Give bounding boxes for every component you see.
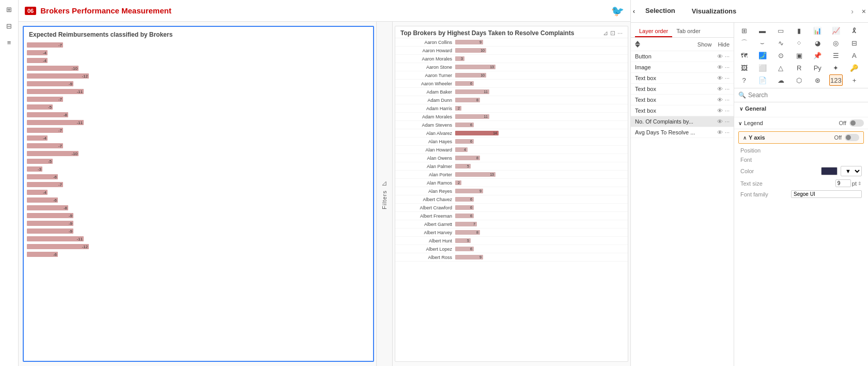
tab-layer-order[interactable]: Layer order bbox=[635, 26, 672, 37]
show-button[interactable]: Show bbox=[698, 41, 712, 48]
text-size-input[interactable] bbox=[835, 179, 851, 187]
more-icon[interactable]: ··· bbox=[725, 86, 730, 92]
viz-icon-paginated[interactable]: 📄 bbox=[756, 74, 769, 86]
focus-icon[interactable]: ⊡ bbox=[610, 29, 615, 37]
viz-icon-python[interactable]: Py bbox=[811, 62, 824, 73]
legend-toggle[interactable] bbox=[849, 119, 864, 127]
tab-selection[interactable]: Selection bbox=[637, 3, 684, 20]
layer-item-textbox4[interactable]: Text box 👁 ··· bbox=[631, 105, 734, 116]
eye-icon[interactable]: 👁 bbox=[717, 64, 723, 70]
hide-button[interactable]: Hide bbox=[718, 41, 730, 48]
viz-icon-line-stacked[interactable]: 📈 bbox=[829, 25, 843, 36]
viz-icon-button[interactable]: ⬜ bbox=[756, 62, 769, 73]
y-axis-toggle[interactable] bbox=[845, 134, 859, 141]
bar: -7 bbox=[27, 182, 63, 187]
layer-item-textbox2[interactable]: Text box 👁 ··· bbox=[631, 84, 734, 95]
list-icon[interactable]: ≡ bbox=[2, 35, 17, 50]
filter-icon: ⊿ bbox=[381, 179, 388, 187]
more-icon[interactable]: ··· bbox=[725, 53, 730, 59]
viz-icon-card[interactable]: ▣ bbox=[793, 50, 806, 61]
panel-nav-forward[interactable]: › bbox=[849, 5, 856, 18]
grid2-icon[interactable]: ⊟ bbox=[2, 19, 17, 33]
eye-icon[interactable]: 👁 bbox=[717, 118, 723, 125]
bar-row: -7 bbox=[27, 142, 370, 149]
viz-icon-scatter[interactable]: ⁘ bbox=[793, 37, 806, 49]
search-input[interactable] bbox=[748, 91, 864, 99]
layer-item-avgdays[interactable]: Avg Days To Resolve ... 👁 ··· bbox=[631, 127, 734, 138]
general-section-header[interactable]: ∨ General bbox=[739, 105, 863, 112]
viz-icon-ribbon[interactable]: 🎗 bbox=[847, 25, 861, 36]
tab-visualizations[interactable]: Visualizations bbox=[684, 3, 745, 19]
more-icon[interactable]: ··· bbox=[725, 75, 730, 81]
viz-icon-r[interactable]: R bbox=[793, 62, 806, 73]
viz-icon-image[interactable]: 🖼 bbox=[737, 62, 751, 73]
eye-icon[interactable]: 👁 bbox=[717, 53, 723, 59]
viz-icon-decomp[interactable]: ✦ bbox=[829, 62, 843, 73]
font-family-input[interactable] bbox=[791, 190, 862, 198]
color-dropdown[interactable]: ▼ bbox=[841, 166, 862, 176]
legend-chevron[interactable]: ∨ bbox=[738, 120, 742, 126]
viz-icon-kpi[interactable]: 📌 bbox=[811, 50, 824, 61]
text-size-stepper[interactable]: ⇕ bbox=[858, 181, 862, 186]
layer-item-complaints[interactable]: No. Of Complaints by... 👁 ··· bbox=[631, 116, 734, 127]
bar: -9 bbox=[27, 81, 73, 86]
viz-icon-powerapps[interactable]: ⬡ bbox=[793, 74, 806, 86]
bar-row: -8 bbox=[27, 111, 370, 118]
more-icon[interactable]: ··· bbox=[617, 29, 623, 37]
viz-icon-qa[interactable]: ? bbox=[737, 74, 751, 86]
viz-icon-shape[interactable]: △ bbox=[774, 62, 787, 73]
viz-icon-area[interactable]: ⌒ bbox=[737, 37, 751, 49]
bar: -4 bbox=[27, 190, 48, 195]
eye-icon[interactable]: 👁 bbox=[717, 97, 723, 103]
more-icon[interactable]: ··· bbox=[725, 108, 730, 114]
viz-icon-powerautomate[interactable]: ⊛ bbox=[811, 74, 824, 86]
arrow-up-icon[interactable] bbox=[635, 41, 640, 44]
bar-row: -11 bbox=[27, 88, 370, 95]
viz-icon-line[interactable]: ∿ bbox=[774, 37, 787, 49]
y-axis-chevron[interactable]: ∧ bbox=[743, 135, 747, 141]
broker-row: Aaron Turner10 bbox=[395, 71, 628, 80]
viz-icon-text[interactable]: A bbox=[847, 50, 861, 61]
eye-icon[interactable]: 👁 bbox=[717, 86, 723, 92]
more-icon[interactable]: ··· bbox=[725, 129, 730, 135]
bar: -10 bbox=[27, 151, 79, 156]
viz-icon-clustered-bar[interactable]: ▮ bbox=[793, 25, 806, 36]
panel-close-button[interactable]: × bbox=[860, 5, 868, 18]
viz-icon-stacked-area[interactable]: ⌣ bbox=[756, 37, 769, 49]
viz-icon-gauge[interactable]: ⊙ bbox=[774, 50, 787, 61]
more-icon[interactable]: ··· bbox=[725, 64, 730, 70]
viz-icon-slicer[interactable]: ☰ bbox=[829, 50, 843, 61]
filters-bar: ⊿ Filters bbox=[376, 22, 393, 366]
viz-icon-custom2[interactable]: + bbox=[847, 74, 861, 86]
viz-icon-keyinf[interactable]: 🔑 bbox=[847, 62, 861, 73]
bar: -7 bbox=[27, 128, 63, 133]
layer-item-textbox1[interactable]: Text box 👁 ··· bbox=[631, 73, 734, 84]
eye-icon[interactable]: 👁 bbox=[717, 108, 723, 114]
bar: -7 bbox=[27, 42, 63, 48]
more-icon[interactable]: ··· bbox=[725, 118, 730, 125]
viz-icon-bar[interactable]: ▬ bbox=[756, 25, 769, 36]
viz-icon-azure[interactable]: ☁ bbox=[774, 74, 787, 86]
panel-nav-back[interactable]: ‹ bbox=[631, 6, 637, 17]
viz-icon-stacked-bar[interactable]: ▭ bbox=[774, 25, 787, 36]
tab-tab-order[interactable]: Tab order bbox=[672, 26, 704, 37]
arrow-down-icon[interactable] bbox=[635, 44, 640, 48]
layer-item-image[interactable]: Image 👁 ··· bbox=[631, 62, 734, 73]
viz-icon-table[interactable]: ⊞ bbox=[737, 25, 751, 36]
color-swatch[interactable] bbox=[821, 167, 838, 175]
viz-icon-line-clustered[interactable]: 📊 bbox=[811, 25, 824, 36]
bar-row: -7 bbox=[27, 181, 370, 188]
layer-item-textbox3[interactable]: Text box 👁 ··· bbox=[631, 95, 734, 105]
filter-icon-small[interactable]: ⊿ bbox=[603, 29, 608, 37]
layer-item-button[interactable]: Button 👁 ··· bbox=[631, 51, 734, 62]
viz-icon-donut[interactable]: ◎ bbox=[829, 37, 843, 49]
viz-icon-filled-map[interactable]: 🗾 bbox=[756, 50, 769, 61]
eye-icon[interactable]: 👁 bbox=[717, 129, 723, 135]
grid-icon[interactable]: ⊞ bbox=[2, 2, 17, 17]
viz-icon-map[interactable]: 🗺 bbox=[737, 50, 751, 61]
viz-icon-pie[interactable]: ◕ bbox=[811, 37, 824, 49]
viz-icon-custom1[interactable]: 123 bbox=[829, 74, 843, 86]
more-icon[interactable]: ··· bbox=[725, 97, 730, 103]
viz-icon-treemap[interactable]: ⊟ bbox=[847, 37, 861, 49]
eye-icon[interactable]: 👁 bbox=[717, 75, 723, 81]
